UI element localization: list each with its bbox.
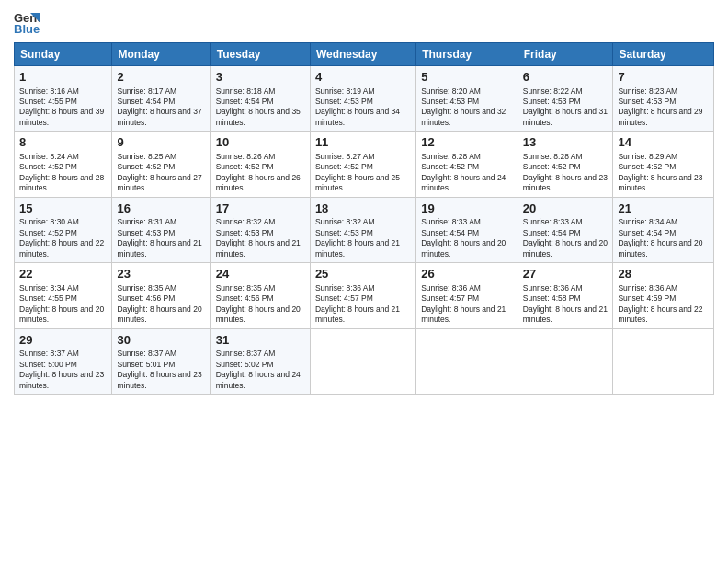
logo: General Blue (14, 9, 43, 35)
col-saturday: Saturday (613, 43, 714, 66)
daylight-label: Daylight: 8 hours and 23 minutes. (523, 173, 608, 192)
day-number: 22 (19, 266, 107, 282)
table-row: 25Sunrise: 8:36 AMSunset: 4:57 PMDayligh… (310, 263, 415, 328)
sunset-label: Sunset: 4:52 PM (216, 162, 274, 171)
table-row: 6Sunrise: 8:22 AMSunset: 4:53 PMDaylight… (518, 66, 613, 132)
table-row: 20Sunrise: 8:33 AMSunset: 4:54 PMDayligh… (518, 197, 613, 262)
sunset-label: Sunset: 4:55 PM (19, 97, 77, 106)
sunset-label: Sunset: 4:53 PM (315, 97, 373, 106)
day-number: 19 (421, 201, 513, 217)
daylight-label: Daylight: 8 hours and 21 minutes. (315, 238, 400, 258)
daylight-label: Daylight: 8 hours and 23 minutes. (618, 173, 702, 192)
daylight-label: Daylight: 8 hours and 20 minutes. (618, 238, 702, 258)
daylight-label: Daylight: 8 hours and 31 minutes. (523, 107, 608, 126)
col-monday: Monday (112, 43, 210, 66)
daylight-label: Daylight: 8 hours and 21 minutes. (523, 304, 608, 324)
sunrise-label: Sunrise: 8:32 AM (315, 217, 375, 226)
sunset-label: Sunset: 4:53 PM (421, 97, 479, 106)
page: General Blue Sunday Monday Tuesday Wedne… (0, 0, 728, 563)
day-number: 30 (117, 332, 205, 349)
sunrise-label: Sunrise: 8:18 AM (216, 86, 276, 96)
header: General Blue (14, 9, 714, 35)
table-row: 28Sunrise: 8:36 AMSunset: 4:59 PMDayligh… (613, 263, 714, 328)
sunset-label: Sunset: 4:54 PM (216, 97, 274, 106)
table-row: 7Sunrise: 8:23 AMSunset: 4:53 PMDaylight… (613, 66, 714, 132)
sunset-label: Sunset: 4:53 PM (315, 228, 373, 237)
daylight-label: Daylight: 8 hours and 21 minutes. (315, 304, 400, 324)
daylight-label: Daylight: 8 hours and 22 minutes. (618, 304, 702, 324)
sunrise-label: Sunrise: 8:37 AM (117, 349, 176, 358)
sunset-label: Sunset: 4:53 PM (117, 228, 175, 237)
sunrise-label: Sunrise: 8:32 AM (216, 217, 276, 226)
sunset-label: Sunset: 4:53 PM (618, 97, 676, 106)
day-number: 26 (421, 266, 513, 282)
calendar-header-row: Sunday Monday Tuesday Wednesday Thursday… (15, 43, 714, 66)
day-number: 17 (216, 201, 305, 217)
sunrise-label: Sunrise: 8:20 AM (421, 86, 481, 96)
table-row: 19Sunrise: 8:33 AMSunset: 4:54 PMDayligh… (416, 197, 518, 262)
sunrise-label: Sunrise: 8:33 AM (421, 217, 481, 226)
sunset-label: Sunset: 4:52 PM (315, 162, 373, 171)
table-row: 23Sunrise: 8:35 AMSunset: 4:56 PMDayligh… (112, 263, 210, 328)
day-number: 31 (216, 332, 305, 349)
sunset-label: Sunset: 4:56 PM (216, 293, 274, 303)
sunset-label: Sunset: 4:52 PM (117, 162, 175, 171)
daylight-label: Daylight: 8 hours and 21 minutes. (117, 238, 201, 258)
day-number: 21 (618, 201, 709, 217)
day-number: 6 (523, 69, 609, 86)
day-number: 9 (117, 134, 205, 151)
table-row: 21Sunrise: 8:34 AMSunset: 4:54 PMDayligh… (613, 197, 714, 262)
table-row: 30Sunrise: 8:37 AMSunset: 5:01 PMDayligh… (112, 328, 210, 394)
daylight-label: Daylight: 8 hours and 26 minutes. (216, 173, 301, 192)
table-row (416, 328, 518, 394)
day-number: 1 (19, 69, 107, 86)
sunrise-label: Sunrise: 8:26 AM (216, 152, 276, 161)
table-row: 10Sunrise: 8:26 AMSunset: 4:52 PMDayligh… (210, 132, 310, 197)
sunset-label: Sunset: 4:54 PM (117, 97, 175, 106)
daylight-label: Daylight: 8 hours and 35 minutes. (216, 107, 301, 126)
sunset-label: Sunset: 4:57 PM (315, 293, 373, 303)
table-row (518, 328, 613, 394)
day-number: 23 (117, 266, 205, 282)
logo-icon: General Blue (14, 9, 40, 35)
col-tuesday: Tuesday (210, 43, 310, 66)
sunrise-label: Sunrise: 8:27 AM (315, 152, 375, 161)
table-row: 27Sunrise: 8:36 AMSunset: 4:58 PMDayligh… (518, 263, 613, 328)
daylight-label: Daylight: 8 hours and 20 minutes. (523, 238, 608, 258)
col-sunday: Sunday (15, 43, 112, 66)
table-row: 24Sunrise: 8:35 AMSunset: 4:56 PMDayligh… (210, 263, 310, 328)
daylight-label: Daylight: 8 hours and 22 minutes. (19, 238, 104, 258)
sunrise-label: Sunrise: 8:34 AM (618, 217, 677, 226)
table-row: 5Sunrise: 8:20 AMSunset: 4:53 PMDaylight… (416, 66, 518, 132)
day-number: 7 (618, 69, 709, 86)
daylight-label: Daylight: 8 hours and 24 minutes. (216, 370, 301, 389)
sunset-label: Sunset: 4:52 PM (19, 228, 77, 237)
table-row: 29Sunrise: 8:37 AMSunset: 5:00 PMDayligh… (15, 328, 112, 394)
sunset-label: Sunset: 4:54 PM (523, 228, 581, 237)
day-number: 8 (19, 134, 107, 151)
sunrise-label: Sunrise: 8:33 AM (523, 217, 583, 226)
daylight-label: Daylight: 8 hours and 23 minutes. (117, 370, 201, 389)
daylight-label: Daylight: 8 hours and 21 minutes. (421, 304, 506, 324)
sunrise-label: Sunrise: 8:16 AM (19, 86, 79, 96)
table-row: 2Sunrise: 8:17 AMSunset: 4:54 PMDaylight… (112, 66, 210, 132)
sunrise-label: Sunrise: 8:36 AM (523, 283, 583, 293)
daylight-label: Daylight: 8 hours and 37 minutes. (117, 107, 201, 126)
calendar-week-row: 8Sunrise: 8:24 AMSunset: 4:52 PMDaylight… (15, 132, 714, 197)
sunset-label: Sunset: 4:52 PM (421, 162, 479, 171)
sunset-label: Sunset: 4:54 PM (421, 228, 479, 237)
daylight-label: Daylight: 8 hours and 29 minutes. (618, 107, 702, 126)
daylight-label: Daylight: 8 hours and 39 minutes. (19, 107, 104, 126)
daylight-label: Daylight: 8 hours and 25 minutes. (315, 173, 400, 192)
day-number: 14 (618, 134, 709, 151)
sunset-label: Sunset: 4:52 PM (523, 162, 581, 171)
day-number: 28 (618, 266, 709, 282)
calendar-week-row: 29Sunrise: 8:37 AMSunset: 5:00 PMDayligh… (15, 328, 714, 394)
daylight-label: Daylight: 8 hours and 21 minutes. (216, 238, 301, 258)
day-number: 29 (19, 332, 107, 349)
sunset-label: Sunset: 4:59 PM (618, 293, 676, 303)
sunset-label: Sunset: 5:00 PM (19, 360, 77, 369)
day-number: 4 (315, 69, 411, 86)
sunset-label: Sunset: 4:55 PM (19, 293, 77, 303)
daylight-label: Daylight: 8 hours and 20 minutes. (216, 304, 301, 324)
